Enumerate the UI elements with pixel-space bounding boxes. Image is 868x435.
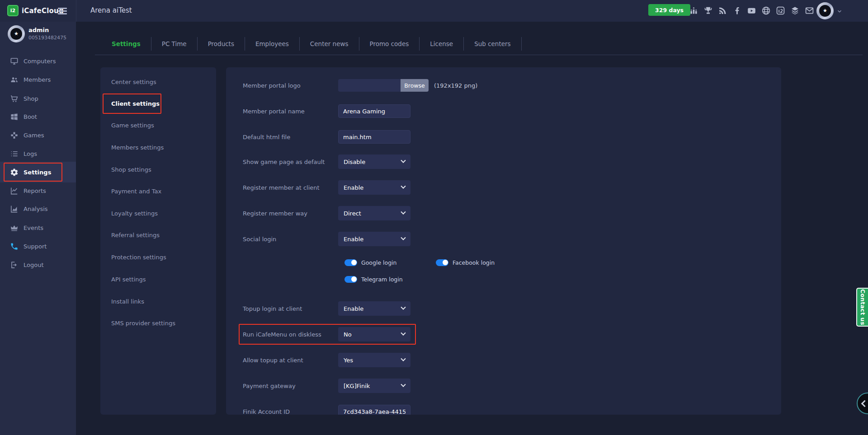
crown-icon xyxy=(10,224,19,232)
sidebar-item-label: Settings xyxy=(24,169,51,176)
settings-menu-item-install-links[interactable]: Install links xyxy=(100,292,216,310)
toggle-label: Google login xyxy=(361,259,397,266)
form-row-payment-gateway: Payment gateway[KG]Finik xyxy=(226,378,781,393)
sidebar-item-members[interactable]: Members xyxy=(0,69,76,90)
form-label: Topup login at client xyxy=(243,305,302,312)
tab-center-news[interactable]: Center news xyxy=(300,37,359,51)
sidebar-item-boot[interactable]: Boot xyxy=(0,106,76,127)
sidebar-item-computers[interactable]: Computers xyxy=(0,51,76,71)
select-show-game-page-as-default[interactable]: Disable xyxy=(338,154,410,169)
form-label: Show game page as default xyxy=(243,159,325,165)
form-row-allow-topup-at-client: Allow topup at clientYes xyxy=(226,352,781,368)
settings-menu-item-payment-and-tax[interactable]: Payment and Tax xyxy=(100,182,216,200)
sidebar-item-label: Reports xyxy=(24,187,46,194)
tab-settings[interactable]: Settings xyxy=(101,37,151,51)
chevron-down-icon xyxy=(401,158,406,163)
input-finik-account-id[interactable] xyxy=(338,405,410,415)
sidebar-user-id: 005193482475 xyxy=(28,35,66,41)
sidebar-item-logout[interactable]: Logout xyxy=(0,254,76,275)
telegram-login-switch[interactable] xyxy=(344,276,357,283)
input-member-portal-name[interactable] xyxy=(338,104,410,118)
layers-icon[interactable] xyxy=(790,6,800,15)
form-row-run-icafemenu-on-diskless: Run iCafeMenu on disklessNo xyxy=(226,327,781,342)
settings-menu-item-sms-provider-settings[interactable]: SMS provider settings xyxy=(100,314,216,332)
sidebar-item-label: Computers xyxy=(24,58,56,65)
youtube-icon[interactable] xyxy=(747,6,756,15)
facebook-icon[interactable] xyxy=(732,6,742,15)
toggle-knob xyxy=(443,260,448,265)
select-payment-gateway[interactable]: [KG]Finik xyxy=(338,379,410,393)
sidebar-item-events[interactable]: Events xyxy=(0,217,76,238)
icafecloud-icon[interactable] xyxy=(776,6,785,15)
sidebar-item-label: Logout xyxy=(24,262,44,268)
settings-menu-item-loyalty-settings[interactable]: Loyalty settings xyxy=(100,204,216,222)
tab-employees[interactable]: Employees xyxy=(245,37,300,51)
settings-menu-item-label: Client settings xyxy=(111,100,160,107)
tab-products[interactable]: Products xyxy=(198,37,245,51)
settings-menu-item-api-settings[interactable]: API settings xyxy=(100,270,216,288)
settings-menu-item-client-settings[interactable]: Client settings xyxy=(100,94,216,112)
tab-license[interactable]: License xyxy=(420,37,464,51)
form-label: Member portal logo xyxy=(243,82,301,89)
settings-menu-item-shop-settings[interactable]: Shop settings xyxy=(100,160,216,178)
cart-icon xyxy=(10,94,19,103)
chevron-down-icon[interactable] xyxy=(836,8,843,14)
form-label: Member portal name xyxy=(243,108,305,115)
select-topup-login-at-client[interactable]: Enable xyxy=(338,301,410,316)
settings-menu-item-label: Protection settings xyxy=(111,254,166,261)
sidebar-item-label: Logs xyxy=(24,150,37,157)
toggle-knob xyxy=(351,276,357,282)
toggle-label: Telegram login xyxy=(361,276,403,283)
ranking-icon[interactable] xyxy=(689,6,698,15)
sidebar-item-games[interactable]: Games xyxy=(0,125,76,145)
tab-promo-codes[interactable]: Promo codes xyxy=(359,37,420,51)
sidebar-user-avatar[interactable]: ★ xyxy=(8,25,25,42)
chevron-down-icon xyxy=(401,356,406,361)
chevron-down-icon xyxy=(401,305,406,310)
contact-us-tab[interactable]: Contact us xyxy=(856,288,868,327)
tab-sub-centers[interactable]: Sub centers xyxy=(464,37,521,51)
sidebar-item-label: Analysis xyxy=(24,206,48,212)
chart-line-icon xyxy=(10,187,19,195)
settings-menu-item-label: Referral settings xyxy=(111,232,160,239)
input-default-html-file[interactable] xyxy=(338,130,410,144)
user-avatar[interactable]: ★ xyxy=(816,2,834,19)
settings-menu-item-center-settings[interactable]: Center settings xyxy=(100,73,216,91)
mail-icon[interactable] xyxy=(805,6,814,15)
sidebar-item-settings[interactable]: Settings xyxy=(0,162,76,182)
hamburger-menu-icon[interactable] xyxy=(58,8,67,16)
chevron-down-icon xyxy=(401,210,406,215)
chevron-down-icon xyxy=(401,235,406,240)
facebook-login-switch[interactable] xyxy=(436,259,448,266)
sidebar-item-support[interactable]: Support xyxy=(0,236,76,257)
browse-button[interactable]: Browse xyxy=(401,79,429,92)
select-run-icafemenu-on-diskless[interactable]: No xyxy=(338,327,410,341)
settings-menu-item-referral-settings[interactable]: Referral settings xyxy=(100,226,216,244)
google-login-switch[interactable] xyxy=(344,259,357,266)
select-register-member-at-client[interactable]: Enable xyxy=(338,180,410,195)
sidebar-item-logs[interactable]: Logs xyxy=(0,143,76,164)
chevron-down-icon xyxy=(401,331,406,336)
file-input-member-portal-logo[interactable]: Browse xyxy=(338,79,429,92)
tab-pc-time[interactable]: PC Time xyxy=(151,37,198,51)
select-allow-topup-at-client[interactable]: Yes xyxy=(338,353,410,367)
app-logo[interactable]: i2 iCafeCloud xyxy=(7,5,64,16)
settings-menu-item-protection-settings[interactable]: Protection settings xyxy=(100,248,216,266)
form-row-register-member-way: Register member wayDirect xyxy=(226,206,781,221)
form-label: Register member way xyxy=(243,210,307,217)
monitor-icon xyxy=(10,57,19,65)
chevron-down-icon xyxy=(401,382,406,387)
select-value: Enable xyxy=(344,236,363,243)
select-value: Enable xyxy=(344,184,363,191)
select-social-login[interactable]: Enable xyxy=(338,232,410,246)
license-days-badge[interactable]: 329 days xyxy=(648,4,690,16)
select-register-member-way[interactable]: Direct xyxy=(338,206,410,220)
settings-menu-item-game-settings[interactable]: Game settings xyxy=(100,116,216,134)
trophy-icon[interactable] xyxy=(703,6,713,15)
windows-icon xyxy=(10,112,19,121)
collapse-widget-button[interactable] xyxy=(857,393,868,414)
sidebar-item-analysis[interactable]: Analysis xyxy=(0,198,76,219)
rss-icon[interactable] xyxy=(718,6,727,15)
settings-menu-item-members-settings[interactable]: Members settings xyxy=(100,138,216,156)
globe-icon[interactable] xyxy=(761,6,771,15)
